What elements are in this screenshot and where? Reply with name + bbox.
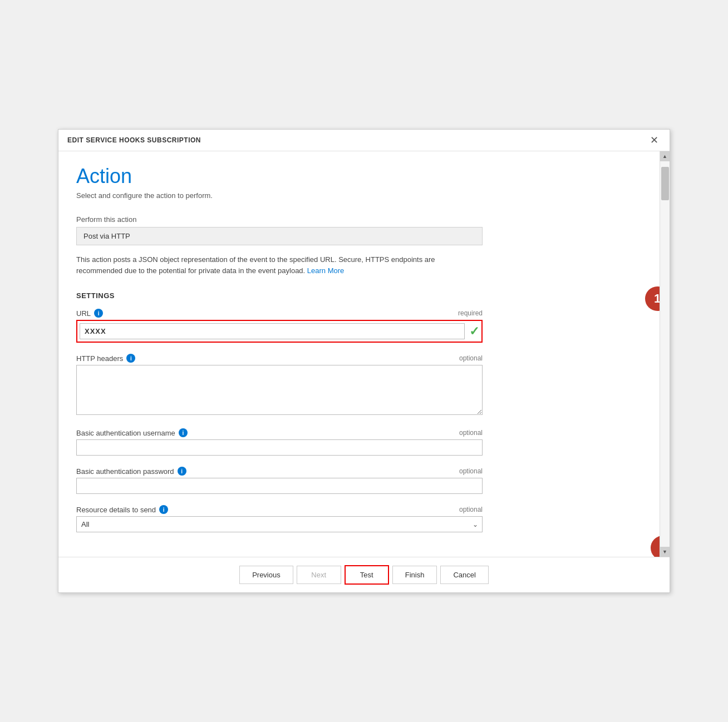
basic-auth-password-input[interactable] <box>76 478 483 494</box>
scrollbar-up-arrow[interactable]: ▲ <box>660 151 670 161</box>
url-form-group: 1 URL i required ✓ <box>76 309 642 343</box>
basic-auth-username-label-text: Basic authentication username <box>76 429 175 437</box>
perform-action-label: Perform this action <box>76 215 642 224</box>
basic-auth-password-label-row: Basic authentication password i optional <box>76 467 483 476</box>
url-field-wrapper: ✓ <box>76 320 483 343</box>
page-subtitle: Select and configure the action to perfo… <box>76 191 642 200</box>
resource-details-form-group: Resource details to send i optional All … <box>76 505 642 532</box>
dialog-body: Action Select and configure the action t… <box>58 151 670 557</box>
http-headers-label-text: HTTP headers <box>76 354 123 363</box>
cancel-button[interactable]: Cancel <box>440 566 488 584</box>
url-info-icon[interactable]: i <box>94 309 103 318</box>
basic-auth-password-label-left: Basic authentication password i <box>76 467 186 476</box>
resource-details-label-text: Resource details to send <box>76 506 156 514</box>
http-headers-textarea[interactable] <box>76 365 483 415</box>
next-button[interactable]: Next <box>297 566 341 584</box>
resource-details-optional-text: optional <box>459 506 483 513</box>
learn-more-link[interactable]: Learn More <box>307 266 344 275</box>
scrollbar-thumb[interactable] <box>661 167 669 200</box>
basic-auth-username-info-icon[interactable]: i <box>179 428 188 437</box>
description-text: This action posts a JSON object represen… <box>76 254 483 276</box>
finish-button[interactable]: Finish <box>392 566 437 584</box>
basic-auth-password-info-icon[interactable]: i <box>178 467 186 476</box>
dialog-title: EDIT SERVICE HOOKS SUBSCRIPTION <box>67 136 201 144</box>
edit-service-hooks-dialog: EDIT SERVICE HOOKS SUBSCRIPTION ✕ Action… <box>58 129 670 593</box>
url-input[interactable] <box>80 323 465 339</box>
url-label-text: URL <box>76 309 91 318</box>
page-heading: Action <box>76 165 642 188</box>
resource-details-label-left: Resource details to send i <box>76 505 168 514</box>
resource-details-select-wrapper: All Minimal None ⌄ <box>76 516 483 532</box>
basic-auth-password-form-group: Basic authentication password i optional <box>76 467 642 494</box>
http-headers-label-left: HTTP headers i <box>76 354 135 363</box>
scrollbar-track <box>660 161 670 547</box>
url-input-row: ✓ <box>80 323 479 339</box>
dialog-footer: Previous Next Test Finish Cancel <box>58 557 670 592</box>
basic-auth-password-optional-text: optional <box>459 467 483 475</box>
http-headers-optional-text: optional <box>459 354 483 362</box>
scrollbar-down-arrow[interactable]: ▼ <box>660 547 670 557</box>
url-label-left: URL i <box>76 309 103 318</box>
basic-auth-username-label-row: Basic authentication username i optional <box>76 428 483 437</box>
settings-heading: SETTINGS <box>76 291 642 300</box>
badge-2: 2 <box>651 536 660 557</box>
content-area: Action Select and configure the action t… <box>58 151 660 557</box>
url-field-label-row: URL i required <box>76 309 483 318</box>
settings-section: 1 URL i required ✓ <box>76 309 642 532</box>
http-headers-info-icon[interactable]: i <box>126 354 135 363</box>
basic-auth-username-label-left: Basic authentication username i <box>76 428 188 437</box>
resource-details-info-icon[interactable]: i <box>159 505 168 514</box>
badge-1: 1 <box>645 286 660 311</box>
dialog-titlebar: EDIT SERVICE HOOKS SUBSCRIPTION ✕ <box>58 130 670 151</box>
resource-details-select[interactable]: All Minimal None <box>76 516 483 532</box>
url-check-icon: ✓ <box>469 324 479 339</box>
basic-auth-username-input[interactable] <box>76 439 483 456</box>
resource-details-label-row: Resource details to send i optional <box>76 505 483 514</box>
previous-button[interactable]: Previous <box>239 566 293 584</box>
description-body: This action posts a JSON object represen… <box>76 255 435 275</box>
basic-auth-username-form-group: Basic authentication username i optional <box>76 428 642 456</box>
perform-action-value: Post via HTTP <box>76 227 483 245</box>
test-button[interactable]: Test <box>345 565 389 585</box>
url-required-text: required <box>458 309 483 317</box>
basic-auth-password-label-text: Basic authentication password <box>76 467 174 476</box>
http-headers-label-row: HTTP headers i optional <box>76 354 483 363</box>
basic-auth-username-optional-text: optional <box>459 429 483 437</box>
http-headers-form-group: HTTP headers i optional <box>76 354 642 417</box>
scrollbar[interactable]: ▲ ▼ <box>660 151 670 557</box>
close-button[interactable]: ✕ <box>648 135 661 145</box>
